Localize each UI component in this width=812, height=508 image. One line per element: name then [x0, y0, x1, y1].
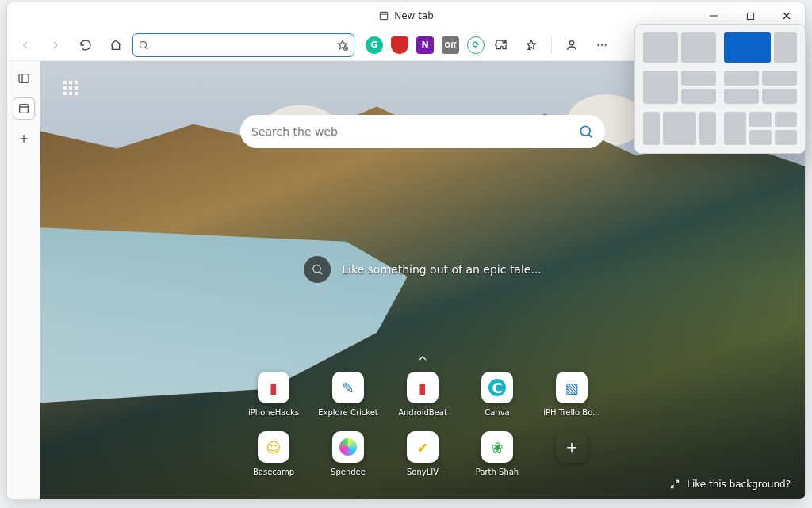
snap-layout-quad[interactable] [724, 71, 797, 104]
ext-keepass-icon[interactable]: ⟳ [467, 36, 485, 54]
svg-point-2 [140, 41, 146, 48]
ext-ublock-icon[interactable] [391, 36, 408, 54]
refresh-button[interactable] [72, 33, 99, 57]
expand-icon [669, 479, 680, 490]
tile-iphonehacks[interactable]: ▮iPhoneHacks [255, 372, 293, 417]
home-button[interactable] [102, 33, 129, 57]
quick-links: ▮iPhoneHacks ✎Explore Cricket ▮AndroidBe… [255, 372, 591, 476]
tile-basecamp[interactable]: ☺Basecamp [255, 431, 293, 476]
ext-office-icon[interactable]: Off [442, 36, 459, 54]
snap-layout-tall-stack[interactable] [643, 71, 716, 104]
vertical-tabs-rail [7, 61, 40, 499]
extension-icons: G N Off ⟳ [366, 36, 485, 54]
page-settings-button[interactable] [61, 78, 80, 97]
tile-parth-shah[interactable]: ❀Parth Shah [478, 431, 516, 476]
svg-point-7 [605, 44, 607, 45]
app-menu-button[interactable] [588, 33, 615, 57]
back-button[interactable] [12, 33, 39, 57]
tile-spendee[interactable]: Spendee [329, 431, 367, 476]
tile-sonyliv[interactable]: ✔SonyLIV [404, 431, 442, 476]
extensions-menu-button[interactable] [488, 33, 515, 57]
tile-trello[interactable]: ▧iPH Trello Bo... [553, 372, 591, 417]
svg-point-4 [569, 40, 573, 44]
ext-onenote-icon[interactable]: N [416, 36, 434, 54]
window-title: New tab [394, 10, 434, 21]
window-title-wrap: New tab [378, 10, 434, 21]
favorite-icon[interactable] [336, 39, 349, 52]
profile-button[interactable] [558, 33, 585, 57]
favorites-button[interactable] [518, 33, 545, 57]
svg-point-6 [601, 44, 603, 45]
quick-links-row-2: ☺Basecamp Spendee ✔SonyLIV ❀Parth Shah ＋ [255, 431, 591, 476]
expand-quicklinks-button[interactable] [412, 348, 433, 369]
search-icon[interactable] [578, 124, 594, 139]
web-search-box[interactable] [240, 115, 605, 148]
snap-layout-two-third[interactable] [724, 32, 797, 63]
background-hint[interactable]: Like something out of an epic tale... [304, 256, 542, 283]
svg-rect-9 [19, 105, 28, 113]
snap-layouts-flyout [634, 24, 806, 154]
snap-layout-tall-grid[interactable] [724, 112, 797, 145]
quick-links-row-1: ▮iPhoneHacks ✎Explore Cricket ▮AndroidBe… [255, 372, 591, 417]
tile-explore-cricket[interactable]: ✎Explore Cricket [329, 372, 367, 417]
search-icon [138, 40, 149, 51]
toolbar-separator [551, 36, 552, 54]
tile-canva[interactable]: CCanva [478, 372, 516, 417]
snap-layout-half[interactable] [643, 32, 716, 63]
like-background-label: Like this background? [687, 479, 791, 490]
address-input[interactable] [154, 39, 331, 52]
svg-rect-1 [747, 13, 753, 19]
svg-point-5 [597, 44, 599, 45]
vertical-tab-newtab[interactable] [13, 97, 35, 120]
svg-point-11 [313, 265, 320, 273]
tab-actions-button[interactable] [13, 67, 35, 90]
svg-rect-8 [19, 74, 29, 83]
svg-rect-0 [380, 12, 387, 19]
forward-button[interactable] [42, 33, 69, 57]
new-tab-button[interactable] [13, 128, 35, 150]
address-bar[interactable] [132, 33, 354, 57]
web-search-input[interactable] [251, 125, 578, 138]
snap-layout-thirds[interactable] [643, 112, 716, 145]
tile-androidbeat[interactable]: ▮AndroidBeat [404, 372, 442, 417]
tile-add-shortcut[interactable]: ＋ [553, 431, 591, 476]
ext-grammarly-icon[interactable]: G [366, 36, 383, 54]
hint-text: Like something out of an epic tale... [342, 263, 542, 276]
hint-search-icon [304, 256, 331, 283]
like-background-prompt[interactable]: Like this background? [669, 479, 791, 490]
tab-icon [378, 10, 389, 21]
svg-point-10 [580, 126, 590, 136]
